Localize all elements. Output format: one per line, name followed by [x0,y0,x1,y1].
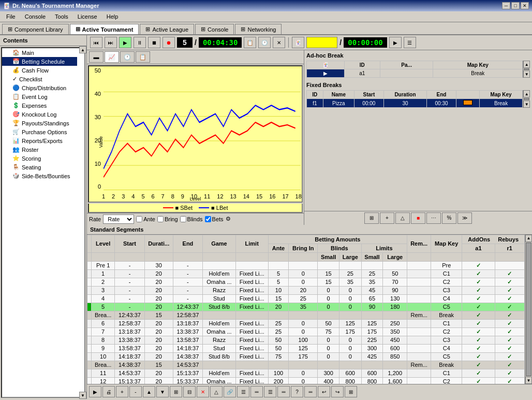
bt-x[interactable]: ✕ [197,386,209,397]
table-row[interactable]: 713:18:372013:38:37Omaha ...Fixed Li...2… [87,327,525,336]
record-button[interactable]: ⏺ [162,37,175,48]
bt-up[interactable]: ▲ [143,386,155,397]
sidebar-item-seating[interactable]: 🪑 Seating [2,163,77,172]
clock-button[interactable]: 🕐 [258,37,271,48]
chart-tab-bar[interactable]: ▬ [89,51,104,63]
table-row[interactable]: 1114:53:372015:13:37Hold'emFixed Li...10… [87,369,525,377]
table-row[interactable]: Brea...12:43:371512:58:37Rem...Break✓✓ [87,311,525,319]
table-row[interactable]: 1014:18:372014:38:37Stud 8/bFixed Li...7… [87,352,525,361]
sidebar-item-purchase-options[interactable]: 🛒 Purchase Options [2,127,77,136]
rt-add-button[interactable]: + [380,212,394,224]
tab-active-league[interactable]: ⊞ Active League [140,24,194,34]
tab-networking[interactable]: ⊞ Networking [235,24,282,34]
sidebar-item-main[interactable]: 🏠 Main [2,48,77,57]
bt-lines1[interactable]: ═ [250,386,263,397]
bt-undo[interactable]: ↩ [318,386,330,397]
sidebar-item-betting-schedule[interactable]: 📅 Betting Schedule [2,57,77,66]
bt-remove[interactable]: - [129,386,142,397]
rt-percent-button[interactable]: % [442,212,456,224]
tab-console[interactable]: ⊞ Console [195,24,234,34]
bt-play[interactable]: ▶ [89,386,101,397]
blinds-checkbox[interactable] [180,216,186,222]
table-row[interactable]: 4-20-StudFixed Li...15250065130C4✓✓ [87,294,525,303]
cell-mapkey: C2 [431,327,462,336]
menu-tools[interactable]: Tools [51,12,72,21]
rt-copy-button[interactable]: ⊞ [364,212,379,224]
bt-add2[interactable]: ⊞ [170,386,182,397]
stop-button[interactable]: ⏹ [148,37,160,48]
chart-tab-clock[interactable]: 🕐 [120,51,135,63]
table-row[interactable]: 1-20-Hold'emFixed Li...5015252550C1✓✓ [87,269,525,278]
table-row[interactable]: 813:38:372013:58:37RazzFixed Li...501000… [87,336,525,344]
bets-checkbox[interactable] [205,216,211,222]
table-row[interactable]: 3-20-RazzFixed Li...1020004590C3✓✓ [87,286,525,294]
menu-file[interactable]: File [2,12,20,21]
bt-menu1[interactable]: ☰ [237,386,249,397]
bt-lines2[interactable]: ═ [277,386,290,397]
sidebar-item-side-bets[interactable]: 🎲 Side-Bets/Bounties [2,172,77,180]
menu-button[interactable]: ☰ [404,37,416,48]
close-button[interactable]: ✕ [521,2,529,9]
sidebar-item-chips-distribution[interactable]: 🔵 Chips/Distribution [2,83,77,92]
table-row[interactable]: 913:58:372014:18:37StudFixed Li...501250… [87,344,525,352]
sidebar-item-cash-flow[interactable]: 💰 Cash Flow [2,66,77,75]
play2-button[interactable]: ▶ [389,37,402,48]
bt-lines3[interactable]: ═ [304,386,317,397]
sidebar-item-checklist[interactable]: ✓ Checklist [2,75,77,83]
sidebar-item-expenses[interactable]: 💲 Expenses [2,101,77,110]
sidebar-item-roster[interactable]: 👥 Roster [2,145,77,154]
sidebar-item-knockout-log[interactable]: 🎯 Knockout Log [2,110,77,119]
sidebar-item-payouts[interactable]: 🏆 Payouts/Standings [2,119,77,127]
table-row[interactable]: Pre 1-30-Pre✓ [87,261,525,269]
chart-tab-line[interactable]: 📈 [105,51,119,63]
bt-help[interactable]: ? [291,386,303,397]
bt-link[interactable]: 🔗 [224,386,236,397]
data-table-container[interactable]: Level Start Durati... End Game Limit Bet… [87,235,525,384]
bt-triangle[interactable]: △ [210,386,223,397]
cell-level: 8 [92,336,115,344]
prev-button[interactable]: ⏭ [105,37,117,48]
sidebar-scroll-down[interactable]: ▼ [79,392,86,399]
rt-dots-button[interactable]: ⋯ [426,212,441,224]
rt-more-button[interactable]: ≫ [457,212,472,224]
sidebar-scroll-up[interactable]: ▲ [79,46,86,53]
minimize-button[interactable]: ─ [502,2,510,9]
cell-mapkey: C2 [431,278,462,286]
bookmark-button[interactable]: 📋 [244,37,256,48]
table-row[interactable]: 612:58:372013:18:37Hold'emFixed Li...250… [87,319,525,327]
first-button[interactable]: ⏮ [90,37,102,48]
bt-menu2[interactable]: ☰ [264,386,276,397]
sidebar-item-reports[interactable]: 📊 Reports/Exports [2,136,77,145]
menu-license[interactable]: License [73,12,101,21]
sidebar-item-event-log[interactable]: 📋 Event Log [2,92,77,101]
menu-help[interactable]: Help [102,12,123,21]
tab-active-tournament[interactable]: ⊞ Active Tournament [70,24,139,34]
bt-print[interactable]: 🖨 [102,386,115,397]
menu-console[interactable]: Console [21,12,50,21]
table-row[interactable]: Brea...14:38:371514:53:37Rem...Break✓✓ [87,361,525,369]
bt-sub2[interactable]: ⊟ [183,386,196,397]
ante-checkbox[interactable] [136,216,142,222]
table-row[interactable]: 2-20-Omaha ...Fixed Li...5015353570C2✓✓ [87,278,525,286]
rt-red-button[interactable]: ■ [411,212,425,224]
play-button[interactable]: ▶ [119,37,131,48]
restore-button[interactable]: □ [511,2,520,9]
rt-triangle-button[interactable]: △ [395,212,410,224]
close-timer-button[interactable]: ✕ [273,37,285,48]
adhoc-row-icon: ▶ [307,69,345,78]
pause-button[interactable]: ⏸ [134,37,146,48]
cards-button[interactable]: 🃏 [292,37,304,48]
bt-add[interactable]: + [116,386,128,397]
tab-component-library[interactable]: ⊞ Component Library [2,24,69,34]
settings-icon[interactable]: ⚙ [226,216,231,222]
bt-redo[interactable]: ↪ [331,386,344,397]
table-row[interactable]: 1215:13:372015:33:37Omaha ...Fixed Li...… [87,377,525,384]
bt-down[interactable]: ▼ [156,386,169,397]
table-row[interactable]: 5-2012:43:37Stud 8/bFixed Li...203500901… [87,303,525,311]
bringin-checkbox[interactable] [157,216,164,222]
bt-grid[interactable]: ⊞ [345,386,357,397]
th-limits: Limits [361,244,407,252]
rate-select[interactable]: Rate Value Level [103,215,134,224]
chart-tab-table[interactable]: 📋 [136,51,150,63]
sidebar-item-scoring[interactable]: ⭐ Scoring [2,154,77,163]
